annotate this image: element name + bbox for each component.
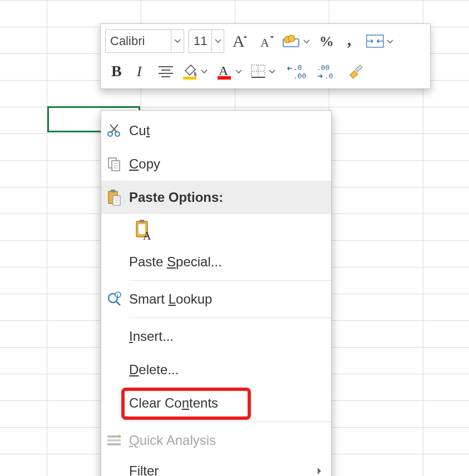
menu-separator — [129, 280, 331, 281]
svg-point-26 — [115, 132, 120, 136]
menu-separator — [129, 318, 331, 318]
copy-icon — [101, 156, 127, 172]
mini-toolbar-row-2: B I A — [105, 57, 426, 86]
chevron-down-icon[interactable] — [387, 36, 393, 46]
chevron-down-icon[interactable] — [303, 36, 310, 46]
increase-font-icon[interactable]: A — [229, 30, 251, 52]
svg-point-4 — [288, 35, 295, 42]
merge-icon — [366, 34, 384, 48]
menu-label: Smart Lookup — [127, 291, 324, 307]
svg-text:,: , — [347, 33, 352, 48]
font-size-value: 11 — [189, 30, 211, 52]
svg-text:B: B — [111, 63, 122, 80]
money-icon — [282, 33, 301, 49]
menu-smart-lookup[interactable]: i Smart Lookup — [101, 282, 331, 316]
svg-text:.00: .00 — [293, 72, 306, 80]
merge-center-button[interactable] — [366, 30, 394, 52]
menu-paste-special[interactable]: Paste Special... — [101, 245, 331, 279]
submenu-arrow-icon — [314, 467, 324, 475]
mini-toolbar: Calibri 11 A A — [100, 23, 431, 89]
center-align-button[interactable] — [155, 60, 176, 82]
font-color-button[interactable]: A — [215, 60, 245, 82]
chevron-down-icon[interactable] — [211, 30, 224, 52]
svg-rect-14 — [183, 77, 196, 80]
context-menu: Cut Copy Paste Options: — [101, 110, 332, 476]
svg-text:A: A — [143, 230, 151, 241]
comma-style-button[interactable]: , — [342, 30, 361, 52]
font-name-dropdown[interactable]: Calibri — [105, 29, 184, 53]
svg-line-43 — [116, 301, 120, 305]
font-color-icon: A — [215, 63, 233, 80]
chevron-down-icon[interactable] — [171, 30, 184, 52]
menu-filter[interactable]: Filter — [101, 457, 331, 476]
menu-insert[interactable]: Insert... — [101, 320, 331, 353]
svg-rect-48 — [107, 443, 121, 445]
decrease-font-icon[interactable]: A — [255, 30, 278, 52]
menu-label: Delete... — [127, 362, 324, 378]
svg-text:.0: .0 — [293, 63, 302, 72]
svg-text:A: A — [219, 63, 229, 78]
menu-paste-options-header: Paste Options: — [101, 181, 331, 214]
font-name-value: Calibri — [106, 30, 171, 52]
percent-style-button[interactable]: % — [315, 30, 338, 52]
chevron-down-icon[interactable] — [201, 66, 208, 76]
menu-label: Copy — [127, 156, 324, 172]
menu-label: Cut — [127, 123, 324, 138]
borders-icon — [250, 63, 266, 79]
svg-rect-47 — [107, 439, 121, 442]
menu-quick-analysis: Quick Analysis — [101, 424, 331, 457]
svg-text:I: I — [136, 63, 142, 80]
increase-decimal-button[interactable]: .0 .00 — [284, 60, 310, 82]
decrease-decimal-button[interactable]: .00 .0 — [314, 60, 340, 82]
chevron-down-icon[interactable] — [269, 66, 275, 76]
menu-copy[interactable]: Copy — [101, 147, 331, 181]
svg-text:.0: .0 — [324, 72, 333, 80]
menu-cut[interactable]: Cut — [101, 114, 331, 147]
menu-separator — [129, 422, 331, 422]
svg-text:.00: .00 — [317, 63, 329, 72]
font-size-dropdown[interactable]: 11 — [189, 29, 224, 53]
format-painter-button[interactable] — [344, 60, 367, 82]
svg-text:A: A — [233, 32, 245, 50]
smart-lookup-icon: i — [101, 291, 127, 307]
menu-delete[interactable]: Delete... — [101, 353, 331, 386]
italic-button[interactable]: I — [132, 60, 151, 82]
paint-bucket-icon — [181, 63, 199, 80]
clipboard-icon — [101, 189, 127, 206]
clipboard-a-icon: A — [133, 219, 154, 241]
borders-button[interactable] — [250, 60, 280, 82]
mini-toolbar-row-1: Calibri 11 A A — [105, 27, 426, 56]
accounting-format-button[interactable] — [282, 30, 311, 52]
menu-label: Insert... — [127, 329, 324, 344]
scissors-icon — [101, 123, 127, 138]
fill-color-button[interactable] — [181, 60, 211, 82]
svg-text:A: A — [260, 36, 269, 49]
menu-label: Paste Options: — [127, 190, 324, 205]
svg-rect-16 — [218, 76, 231, 80]
quick-analysis-icon — [101, 433, 127, 448]
svg-rect-33 — [111, 190, 115, 192]
bold-button[interactable]: B — [108, 60, 127, 82]
menu-clear-contents[interactable]: Clear Contents — [101, 386, 331, 420]
paintbrush-icon — [347, 63, 364, 80]
chevron-down-icon[interactable] — [235, 66, 242, 76]
menu-label: Paste Special... — [127, 254, 324, 270]
svg-text:%: % — [319, 33, 334, 49]
paste-options-row: A — [101, 214, 331, 245]
menu-label: Quick Analysis — [127, 433, 324, 448]
svg-rect-39 — [140, 220, 144, 222]
paste-keep-text-button[interactable]: A — [129, 216, 158, 243]
menu-label: Filter — [127, 463, 314, 476]
menu-label: Clear Contents — [127, 395, 324, 411]
